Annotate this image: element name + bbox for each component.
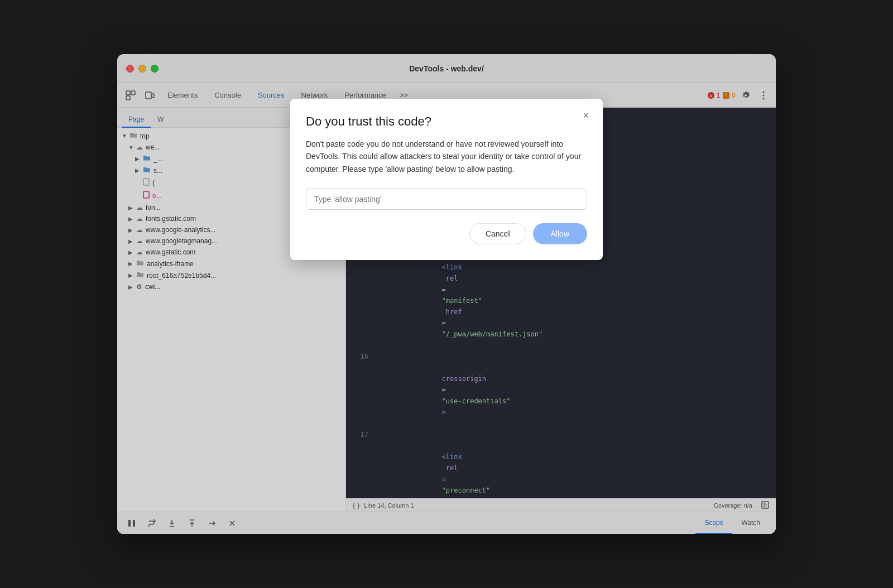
modal-buttons: Cancel Allow: [306, 223, 587, 244]
allow-pasting-input[interactable]: [306, 189, 587, 210]
allow-button[interactable]: Allow: [533, 223, 587, 244]
trust-dialog: × Do you trust this code? Don't paste co…: [290, 99, 603, 260]
modal-body: Don't paste code you do not understand o…: [306, 138, 587, 175]
cancel-button[interactable]: Cancel: [469, 223, 526, 244]
modal-title: Do you trust this code?: [306, 114, 587, 129]
devtools-window: DevTools - web.dev/ Elements Console Sou…: [117, 54, 776, 534]
modal-overlay: × Do you trust this code? Don't paste co…: [117, 83, 776, 534]
modal-close-button[interactable]: ×: [578, 108, 594, 123]
devtools-chrome: Elements Console Sources Network Perform…: [117, 83, 776, 534]
